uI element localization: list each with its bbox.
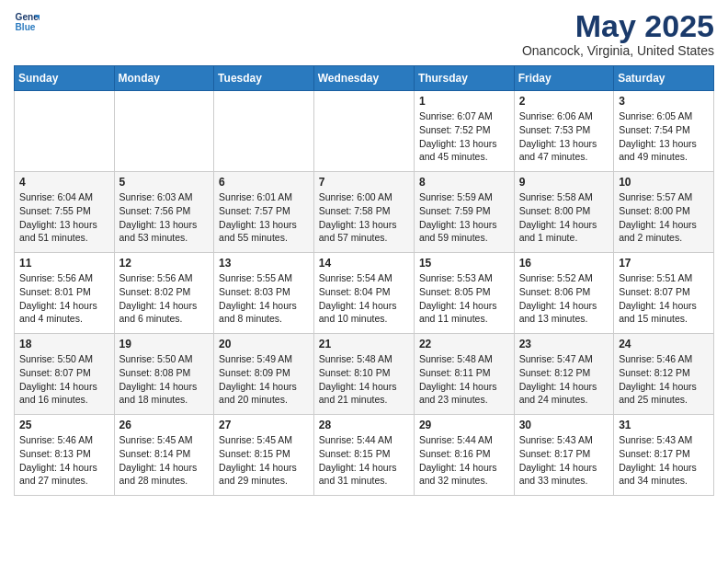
calendar-cell: 6Sunrise: 6:01 AM Sunset: 7:57 PM Daylig… — [214, 172, 314, 253]
month-year: May 2025 — [522, 9, 714, 43]
day-info: Sunrise: 5:46 AM Sunset: 8:12 PM Dayligh… — [619, 352, 709, 407]
day-info: Sunrise: 6:06 AM Sunset: 7:53 PM Dayligh… — [519, 109, 609, 164]
calendar-cell: 26Sunrise: 5:45 AM Sunset: 8:14 PM Dayli… — [114, 415, 214, 496]
column-header-thursday: Thursday — [414, 66, 514, 91]
day-number: 30 — [519, 419, 609, 431]
calendar-cell: 20Sunrise: 5:49 AM Sunset: 8:09 PM Dayli… — [214, 334, 314, 415]
calendar-cell: 25Sunrise: 5:46 AM Sunset: 8:13 PM Dayli… — [15, 415, 115, 496]
logo-icon: General Blue — [14, 9, 40, 35]
day-number: 13 — [219, 257, 309, 270]
week-row-5: 25Sunrise: 5:46 AM Sunset: 8:13 PM Dayli… — [15, 415, 714, 496]
day-info: Sunrise: 6:04 AM Sunset: 7:55 PM Dayligh… — [19, 190, 109, 245]
day-info: Sunrise: 5:55 AM Sunset: 8:03 PM Dayligh… — [219, 271, 309, 326]
week-row-1: 1Sunrise: 6:07 AM Sunset: 7:52 PM Daylig… — [15, 91, 714, 172]
day-info: Sunrise: 5:45 AM Sunset: 8:14 PM Dayligh… — [119, 433, 210, 488]
day-number: 25 — [19, 419, 109, 431]
column-header-monday: Monday — [114, 66, 214, 91]
calendar-cell: 8Sunrise: 5:59 AM Sunset: 7:59 PM Daylig… — [414, 172, 514, 253]
calendar-cell: 30Sunrise: 5:43 AM Sunset: 8:17 PM Dayli… — [514, 415, 614, 496]
calendar-cell: 23Sunrise: 5:47 AM Sunset: 8:12 PM Dayli… — [514, 334, 614, 415]
column-header-tuesday: Tuesday — [214, 66, 314, 91]
calendar-cell: 27Sunrise: 5:45 AM Sunset: 8:15 PM Dayli… — [214, 415, 314, 496]
column-header-wednesday: Wednesday — [313, 66, 414, 91]
day-number: 7 — [319, 176, 409, 189]
calendar-cell: 11Sunrise: 5:56 AM Sunset: 8:01 PM Dayli… — [15, 253, 115, 334]
day-info: Sunrise: 5:48 AM Sunset: 8:10 PM Dayligh… — [319, 352, 409, 407]
calendar-cell: 5Sunrise: 6:03 AM Sunset: 7:56 PM Daylig… — [114, 172, 214, 253]
day-number: 2 — [519, 95, 609, 108]
day-number: 15 — [419, 257, 509, 270]
day-number: 10 — [619, 176, 709, 189]
calendar-cell: 10Sunrise: 5:57 AM Sunset: 8:00 PM Dayli… — [614, 172, 714, 253]
column-header-saturday: Saturday — [614, 66, 714, 91]
day-number: 19 — [119, 338, 210, 350]
day-info: Sunrise: 5:51 AM Sunset: 8:07 PM Dayligh… — [619, 271, 709, 326]
calendar-cell — [313, 91, 414, 172]
logo: General Blue — [14, 9, 40, 35]
calendar-cell: 19Sunrise: 5:50 AM Sunset: 8:08 PM Dayli… — [114, 334, 214, 415]
day-info: Sunrise: 5:53 AM Sunset: 8:05 PM Dayligh… — [419, 271, 509, 326]
day-info: Sunrise: 5:48 AM Sunset: 8:11 PM Dayligh… — [419, 352, 509, 407]
day-number: 4 — [19, 176, 109, 189]
day-info: Sunrise: 5:44 AM Sunset: 8:16 PM Dayligh… — [419, 433, 509, 488]
week-row-2: 4Sunrise: 6:04 AM Sunset: 7:55 PM Daylig… — [15, 172, 714, 253]
header-row: SundayMondayTuesdayWednesdayThursdayFrid… — [15, 66, 714, 91]
week-row-4: 18Sunrise: 5:50 AM Sunset: 8:07 PM Dayli… — [15, 334, 714, 415]
calendar-cell: 28Sunrise: 5:44 AM Sunset: 8:15 PM Dayli… — [313, 415, 414, 496]
day-number: 17 — [619, 257, 709, 270]
day-number: 26 — [119, 419, 210, 431]
calendar-cell: 16Sunrise: 5:52 AM Sunset: 8:06 PM Dayli… — [514, 253, 614, 334]
day-number: 23 — [519, 338, 609, 350]
calendar-cell: 3Sunrise: 6:05 AM Sunset: 7:54 PM Daylig… — [614, 91, 714, 172]
day-number: 16 — [519, 257, 609, 270]
calendar-cell: 29Sunrise: 5:44 AM Sunset: 8:16 PM Dayli… — [414, 415, 514, 496]
day-info: Sunrise: 5:50 AM Sunset: 8:08 PM Dayligh… — [119, 352, 210, 407]
day-info: Sunrise: 5:46 AM Sunset: 8:13 PM Dayligh… — [19, 433, 109, 488]
day-info: Sunrise: 6:01 AM Sunset: 7:57 PM Dayligh… — [219, 190, 309, 245]
day-info: Sunrise: 5:52 AM Sunset: 8:06 PM Dayligh… — [519, 271, 609, 326]
day-info: Sunrise: 5:57 AM Sunset: 8:00 PM Dayligh… — [619, 190, 709, 245]
day-number: 24 — [619, 338, 709, 350]
calendar-cell: 12Sunrise: 5:56 AM Sunset: 8:02 PM Dayli… — [114, 253, 214, 334]
calendar-cell: 21Sunrise: 5:48 AM Sunset: 8:10 PM Dayli… — [313, 334, 414, 415]
day-number: 3 — [619, 95, 709, 108]
day-info: Sunrise: 5:43 AM Sunset: 8:17 PM Dayligh… — [519, 433, 609, 488]
day-number: 28 — [319, 419, 409, 431]
day-info: Sunrise: 5:43 AM Sunset: 8:17 PM Dayligh… — [619, 433, 709, 488]
location: Onancock, Virginia, United States — [522, 43, 714, 58]
calendar-cell: 24Sunrise: 5:46 AM Sunset: 8:12 PM Dayli… — [614, 334, 714, 415]
day-number: 6 — [219, 176, 309, 189]
day-number: 20 — [219, 338, 309, 350]
column-header-sunday: Sunday — [15, 66, 115, 91]
day-info: Sunrise: 6:03 AM Sunset: 7:56 PM Dayligh… — [119, 190, 210, 245]
calendar-cell: 9Sunrise: 5:58 AM Sunset: 8:00 PM Daylig… — [514, 172, 614, 253]
day-number: 31 — [619, 419, 709, 431]
day-info: Sunrise: 5:50 AM Sunset: 8:07 PM Dayligh… — [19, 352, 109, 407]
day-number: 29 — [419, 419, 509, 431]
calendar-cell — [15, 91, 115, 172]
calendar-cell: 15Sunrise: 5:53 AM Sunset: 8:05 PM Dayli… — [414, 253, 514, 334]
calendar-cell: 13Sunrise: 5:55 AM Sunset: 8:03 PM Dayli… — [214, 253, 314, 334]
calendar-cell: 31Sunrise: 5:43 AM Sunset: 8:17 PM Dayli… — [614, 415, 714, 496]
title-block: May 2025 Onancock, Virginia, United Stat… — [522, 9, 714, 58]
page-header: General Blue May 2025 Onancock, Virginia… — [14, 9, 714, 58]
day-info: Sunrise: 5:56 AM Sunset: 8:01 PM Dayligh… — [19, 271, 109, 326]
day-number: 18 — [19, 338, 109, 350]
day-info: Sunrise: 5:59 AM Sunset: 7:59 PM Dayligh… — [419, 190, 509, 245]
day-info: Sunrise: 6:07 AM Sunset: 7:52 PM Dayligh… — [419, 109, 509, 164]
calendar-cell: 17Sunrise: 5:51 AM Sunset: 8:07 PM Dayli… — [614, 253, 714, 334]
day-number: 1 — [419, 95, 509, 108]
calendar-cell: 7Sunrise: 6:00 AM Sunset: 7:58 PM Daylig… — [313, 172, 414, 253]
day-number: 11 — [19, 257, 109, 270]
calendar-cell — [214, 91, 314, 172]
day-number: 27 — [219, 419, 309, 431]
calendar-cell: 2Sunrise: 6:06 AM Sunset: 7:53 PM Daylig… — [514, 91, 614, 172]
day-info: Sunrise: 5:54 AM Sunset: 8:04 PM Dayligh… — [319, 271, 409, 326]
day-number: 9 — [519, 176, 609, 189]
calendar-cell: 1Sunrise: 6:07 AM Sunset: 7:52 PM Daylig… — [414, 91, 514, 172]
day-info: Sunrise: 5:44 AM Sunset: 8:15 PM Dayligh… — [319, 433, 409, 488]
day-info: Sunrise: 6:00 AM Sunset: 7:58 PM Dayligh… — [319, 190, 409, 245]
calendar-table: SundayMondayTuesdayWednesdayThursdayFrid… — [14, 65, 714, 496]
week-row-3: 11Sunrise: 5:56 AM Sunset: 8:01 PM Dayli… — [15, 253, 714, 334]
day-number: 21 — [319, 338, 409, 350]
